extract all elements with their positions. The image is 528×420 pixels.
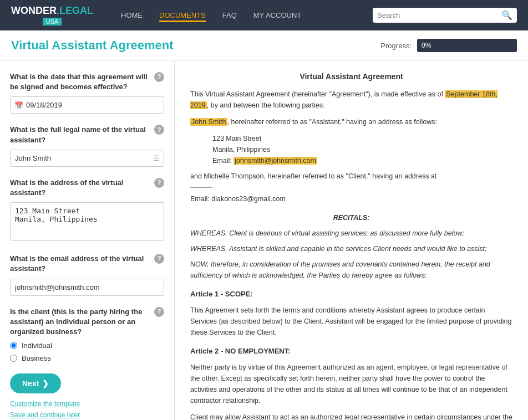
q5-help-icon[interactable]: ? [154, 307, 164, 317]
q3-label: What is the address of the virtual assis… [10, 178, 164, 198]
doc-assistant-intro: John Smith, hereinafter referred to as "… [190, 116, 512, 127]
q2-help-icon[interactable]: ? [154, 125, 164, 135]
right-panel: Virtual Assistant Agreement This Virtual… [175, 61, 528, 420]
page-title: Virtual Assistant Agreement [11, 38, 174, 53]
nav-faq[interactable]: FAQ [222, 8, 237, 22]
doc-client-intro: and Michelle Thompson, hereinafter refer… [190, 171, 512, 182]
next-arrow-icon: ❯ [42, 379, 49, 388]
logo-legal: LEGAL [59, 5, 93, 17]
q5-label: Is the client (this is the party hiring … [10, 307, 164, 337]
q4-label: What is the email address of the virtual… [10, 254, 164, 274]
radio-business[interactable]: Business [10, 354, 164, 362]
question-5: Is the client (this is the party hiring … [10, 307, 164, 363]
address-email: Email: johnsmith@johnsmith.com [212, 155, 512, 166]
article2-para2: Client may allow Assistant to act as an … [190, 412, 512, 420]
section-divider [190, 187, 212, 188]
progress-value: 0% [422, 42, 431, 49]
address-line2: Manila, Philippines [212, 144, 512, 155]
client-type-radio: Individual Business [10, 341, 164, 362]
main-layout: What is the date that this agreement wil… [0, 61, 528, 420]
recitals-title: RECITALS: [190, 212, 512, 223]
date-input[interactable] [10, 96, 164, 114]
q2-label: What is the full legal name of the virtu… [10, 125, 164, 145]
q2-input-wrapper: ☰ [10, 150, 164, 167]
save-link[interactable]: Save and continue later [10, 411, 164, 419]
calendar-icon: 📅 [14, 101, 23, 109]
radio-business-input[interactable] [10, 355, 17, 362]
q1-label: What is the date that this agreement wil… [10, 72, 164, 92]
address-block: 123 Main Street Manila, Philippines Emai… [212, 133, 512, 166]
question-3: What is the address of the virtual assis… [10, 178, 164, 243]
email-input[interactable] [10, 279, 164, 296]
progress-label: Progress: [380, 42, 412, 50]
recital-1: WHEREAS, Client is desirous of virtual a… [190, 228, 512, 239]
q1-input-wrapper: 📅 [10, 96, 164, 114]
nav: HOME DOCUMENTS FAQ MY ACCOUNT [121, 8, 373, 22]
customize-link[interactable]: Customize the template [10, 400, 164, 408]
assistant-name-highlight: John Smith [190, 118, 227, 126]
left-panel: What is the date that this agreement wil… [0, 61, 175, 420]
radio-individual[interactable]: Individual [10, 341, 164, 350]
nav-home[interactable]: HOME [121, 8, 143, 22]
doc-title: Virtual Assistant Agreement [190, 72, 512, 81]
email-highlight: johnsmith@johnsmith.com [233, 157, 317, 165]
article2-para1: Neither party is by virtue of this Agree… [190, 362, 512, 406]
assistant-name-input[interactable] [10, 150, 164, 167]
nav-documents[interactable]: DOCUMENTS [159, 8, 206, 22]
align-icon: ☰ [153, 154, 160, 162]
progress-bar: 0% [417, 39, 517, 52]
logo-usa: USA [43, 18, 62, 25]
header: WONDER . LEGAL USA HOME DOCUMENTS FAQ MY… [0, 0, 528, 30]
article1-title: Article 1 - SCOPE: [190, 289, 512, 300]
search-input[interactable] [377, 11, 501, 19]
article1-body: This Agreement sets forth the terms and … [190, 305, 512, 338]
q1-help-icon[interactable]: ? [154, 72, 164, 82]
search-button[interactable]: 🔍 [501, 10, 512, 21]
progress-container: Progress: 0% [380, 39, 517, 52]
logo: WONDER . LEGAL USA [11, 5, 93, 25]
nav-my-account[interactable]: MY ACCOUNT [253, 8, 301, 22]
address-textarea[interactable]: 123 Main Street Manila, Philippines [10, 202, 164, 241]
search-bar: 🔍 [373, 8, 517, 23]
title-bar: Virtual Assistant Agreement Progress: 0% [0, 30, 528, 61]
question-2: What is the full legal name of the virtu… [10, 125, 164, 166]
doc-para1: This Virtual Assistant Agreement (herein… [190, 89, 512, 111]
next-button[interactable]: Next ❯ [10, 373, 61, 393]
question-4: What is the email address of the virtual… [10, 254, 164, 295]
logo-wonder: WONDER [11, 5, 57, 17]
q3-help-icon[interactable]: ? [154, 178, 164, 188]
question-1: What is the date that this agreement wil… [10, 72, 164, 114]
recital-2: WHEREAS, Assistant is skilled and capabl… [190, 243, 512, 254]
address-line1: 123 Main Street [212, 133, 512, 144]
q4-help-icon[interactable]: ? [154, 254, 164, 264]
article2-title: Article 2 - NO EMPLOYMENT: [190, 346, 512, 357]
doc-body: This Virtual Assistant Agreement (herein… [190, 89, 512, 420]
recital-3: NOW, therefore, in consideration of the … [190, 259, 512, 281]
client-email: Email: diakonos23@gmail.com [190, 193, 512, 204]
radio-individual-input[interactable] [10, 342, 17, 349]
